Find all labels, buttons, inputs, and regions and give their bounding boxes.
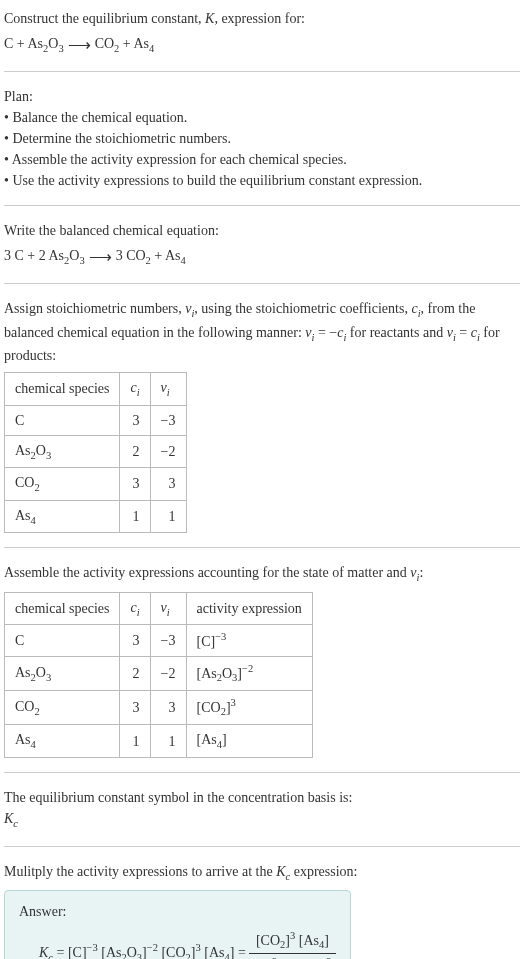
sub: i [137, 387, 140, 398]
sup: −3 [87, 942, 98, 953]
text: Mulitply the activity expressions to arr… [4, 864, 276, 879]
text: [CO [256, 933, 280, 948]
text: [As [197, 666, 217, 681]
text: 3 C + 2 As [4, 248, 64, 263]
cell-species: As2O3 [5, 435, 120, 468]
multiply-section: Mulitply the activity expressions to arr… [4, 861, 520, 959]
cell-species: C [5, 405, 120, 435]
text: [As [295, 933, 319, 948]
table-header-row: chemical species ci νi [5, 373, 187, 406]
table-row: C 3 −3 [C]−3 [5, 625, 313, 657]
text: As [15, 508, 31, 523]
text: [As [197, 732, 217, 747]
text: Assign stoichiometric numbers, [4, 301, 185, 316]
plan-title: Plan: [4, 86, 520, 107]
sub: 4 [31, 739, 36, 750]
text: C + As [4, 36, 43, 51]
sub: i [137, 607, 140, 618]
sub: 4 [149, 43, 154, 54]
balanced-equation: 3 C + 2 As2O3 ⟶ 3 CO2 + As4 [4, 245, 520, 269]
sup: −2 [147, 942, 158, 953]
text: + As [151, 248, 181, 263]
text: C [15, 413, 24, 428]
text: + As [119, 36, 149, 51]
sub: 2 [34, 706, 39, 717]
cell-species: As4 [5, 500, 120, 533]
sub: 3 [46, 672, 51, 683]
kc-symbol: Kc [4, 808, 520, 832]
text: CO [15, 699, 34, 714]
table-row: As4 1 1 [As4] [5, 725, 313, 758]
text: O [48, 36, 58, 51]
text: As [15, 443, 31, 458]
text: O [69, 248, 79, 263]
text: = − [314, 325, 337, 340]
activity-table: chemical species ci νi activity expressi… [4, 592, 313, 758]
answer-equation: Kc = [C]−3 [As2O3]−2 [CO2]3 [As4] = [CO2… [39, 928, 336, 959]
answer-label: Answer: [19, 901, 336, 922]
fraction-numerator: [CO2]3 [As4] [249, 928, 335, 954]
cell-species: As2O3 [5, 657, 120, 691]
balanced-section: Write the balanced chemical equation: 3 … [4, 220, 520, 269]
plan-bullet: • Determine the stoichiometric numbers. [4, 128, 520, 149]
cell-species: As4 [5, 725, 120, 758]
col-nui: νi [150, 373, 186, 406]
divider [4, 846, 520, 847]
text: Assemble the activity expressions accoun… [4, 565, 410, 580]
symbol-text: The equilibrium constant symbol in the c… [4, 787, 520, 808]
col-nui: νi [150, 592, 186, 625]
cell-nu: −2 [150, 435, 186, 468]
cell-nu: −2 [150, 657, 186, 691]
divider [4, 283, 520, 284]
text: [CO [197, 700, 221, 715]
text: 3 CO [116, 248, 146, 263]
plan-bullet: • Balance the chemical equation. [4, 107, 520, 128]
text: K [4, 811, 13, 826]
cell-species: C [5, 625, 120, 657]
text: , using the stoichiometric coefficients, [194, 301, 411, 316]
text: [As [98, 945, 122, 959]
balanced-title: Write the balanced chemical equation: [4, 220, 520, 241]
sub: 4 [181, 255, 186, 266]
text: ] [222, 732, 227, 747]
k-symbol: K [205, 11, 214, 26]
sup: −2 [242, 663, 253, 674]
cell-nu: −3 [150, 405, 186, 435]
cell-c: 3 [120, 625, 150, 657]
text: CO [15, 475, 34, 490]
cell-species: CO2 [5, 691, 120, 725]
col-species: chemical species [5, 373, 120, 406]
text: for reactants and [346, 325, 446, 340]
sub: i [167, 607, 170, 618]
answer-box: Answer: Kc = [C]−3 [As2O3]−2 [CO2]3 [As4… [4, 890, 351, 959]
divider [4, 547, 520, 548]
kc-symbol: K [276, 864, 285, 879]
text: O [36, 665, 46, 680]
text: expression: [290, 864, 357, 879]
plan-section: Plan: • Balance the chemical equation. •… [4, 86, 520, 191]
multiply-text: Mulitply the activity expressions to arr… [4, 861, 520, 885]
text: C [15, 633, 24, 648]
cell-activity: [As2O3]−2 [186, 657, 312, 691]
col-activity: activity expression [186, 592, 312, 625]
arrow-icon: ⟶ [64, 36, 95, 53]
problem-line1: Construct the equilibrium constant, K, e… [4, 8, 520, 29]
cell-c: 2 [120, 657, 150, 691]
text: = [C] [53, 945, 87, 959]
activity-text: Assemble the activity expressions accoun… [4, 562, 520, 586]
problem-header: Construct the equilibrium constant, K, e… [4, 8, 520, 57]
cell-c: 2 [120, 435, 150, 468]
cell-c: 3 [120, 468, 150, 501]
sub: 3 [46, 449, 51, 460]
col-ci: ci [120, 373, 150, 406]
fraction-denominator: [C]3 [As2O3]2 [249, 954, 335, 959]
cell-nu: 1 [150, 500, 186, 533]
cell-activity: [CO2]3 [186, 691, 312, 725]
col-ci: ci [120, 592, 150, 625]
table-row: As2O3 2 −2 [5, 435, 187, 468]
cell-species: CO2 [5, 468, 120, 501]
stoich-text: Assign stoichiometric numbers, νi, using… [4, 298, 520, 366]
text: As [15, 665, 31, 680]
cell-nu: 3 [150, 691, 186, 725]
cell-activity: [As4] [186, 725, 312, 758]
